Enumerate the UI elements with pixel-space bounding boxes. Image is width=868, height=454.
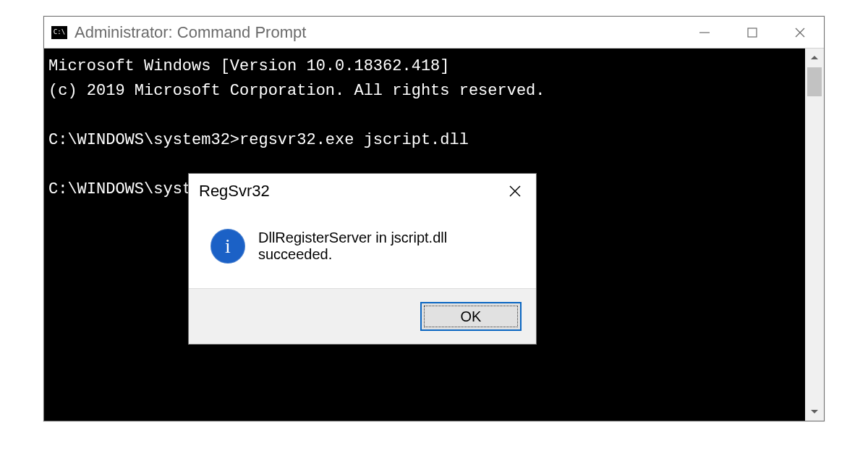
cmd-icon-glyph: C:\: [54, 29, 65, 35]
dialog-message: DllRegisterServer in jscript.dll succeed…: [258, 230, 522, 263]
scroll-thumb[interactable]: [807, 67, 822, 96]
cmd-titlebar[interactable]: C:\ Administrator: Command Prompt: [44, 17, 824, 49]
dialog-close-button[interactable]: [494, 174, 536, 209]
window-controls: [681, 17, 824, 48]
close-icon: [793, 26, 807, 39]
dialog-title: RegSvr32: [199, 182, 494, 201]
scroll-track[interactable]: [805, 67, 824, 402]
scroll-up-button[interactable]: [805, 49, 824, 67]
info-icon: i: [210, 229, 245, 264]
cmd-window-title: Administrator: Command Prompt: [75, 23, 681, 42]
cmd-app-icon: C:\: [51, 26, 67, 39]
ok-button[interactable]: OK: [420, 302, 522, 331]
maximize-button[interactable]: [728, 17, 776, 48]
dialog-footer: OK: [189, 288, 536, 344]
chevron-down-icon: [810, 407, 819, 416]
cmd-line: C:\WINDOWS\system32>regsvr32.exe jscript…: [48, 131, 469, 149]
close-button[interactable]: [776, 17, 824, 48]
cmd-line: C:\WINDOWS\syst: [48, 180, 192, 198]
cmd-line: (c) 2019 Microsoft Corporation. All righ…: [48, 82, 545, 100]
scroll-down-button[interactable]: [805, 402, 824, 421]
chevron-up-icon: [810, 54, 819, 62]
regsvr32-dialog: RegSvr32 i DllRegisterServer in jscript.…: [188, 173, 537, 345]
vertical-scrollbar[interactable]: [805, 49, 824, 421]
svg-rect-1: [748, 28, 757, 37]
close-icon: [509, 185, 522, 198]
maximize-icon: [746, 26, 759, 39]
dialog-titlebar[interactable]: RegSvr32: [189, 174, 536, 209]
minimize-button[interactable]: [681, 17, 728, 48]
dialog-body: i DllRegisterServer in jscript.dll succe…: [189, 209, 536, 288]
minimize-icon: [698, 26, 711, 39]
cmd-line: Microsoft Windows [Version 10.0.18362.41…: [48, 57, 450, 75]
info-icon-glyph: i: [225, 236, 231, 256]
